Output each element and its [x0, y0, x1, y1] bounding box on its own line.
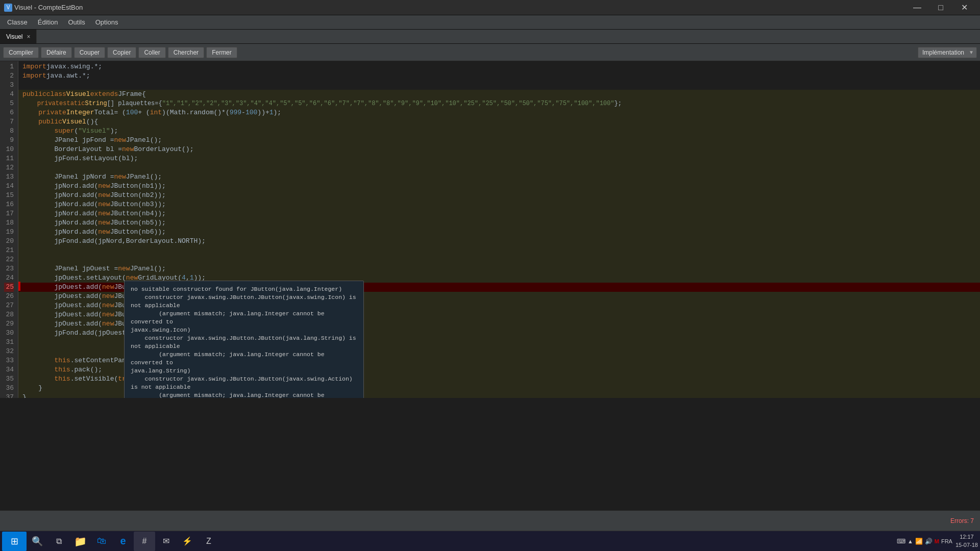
- menu-edition[interactable]: Édition: [33, 16, 63, 28]
- defaire-button[interactable]: Défaire: [41, 47, 72, 58]
- line-num-36: 36: [4, 384, 14, 393]
- tabbar: Visuel ×: [0, 30, 980, 44]
- line-num-2: 2: [4, 71, 14, 81]
- tab-close-icon[interactable]: ×: [27, 33, 30, 40]
- line-numbers: 1 2 3 4 5 6 7 8 9 10 11 12 13 14 15 16 1…: [0, 61, 18, 398]
- statusbar: Errors: 7: [0, 510, 980, 531]
- chercher-button[interactable]: Chercher: [168, 47, 204, 58]
- clock-date: 15-07-18: [955, 541, 978, 549]
- code-line-8: super("Visuel");: [18, 127, 980, 136]
- error-stripe: [18, 282, 20, 291]
- file-explorer-icon: 📁: [74, 535, 87, 547]
- line-num-1: 1: [4, 62, 14, 71]
- code-area[interactable]: import javax.swing.*; import java.awt.*;…: [18, 61, 980, 398]
- maximize-button[interactable]: □: [929, 0, 952, 15]
- implementation-dropdown[interactable]: Implémentation: [918, 47, 977, 58]
- line-num-24: 24: [4, 273, 14, 283]
- close-button[interactable]: ✕: [952, 0, 976, 15]
- line-num-10: 10: [4, 145, 14, 154]
- tooltip-line-5: constructor javax.swing.JButton.JButton(…: [131, 334, 357, 350]
- couper-button[interactable]: Couper: [74, 47, 105, 58]
- line-num-27: 27: [4, 301, 14, 310]
- code-line-6: private Integer Total= (100 + (int)(Math…: [18, 108, 980, 117]
- code-line-7: public Visuel(){: [18, 117, 980, 127]
- mail-icon: ✉: [163, 536, 169, 546]
- task-view-icon: ⧉: [56, 537, 62, 546]
- code-line-19: jpNord.add(new JButton(nb6));: [18, 228, 980, 237]
- tooltip-line-2: constructor javax.swing.JButton.JButton(…: [131, 293, 357, 310]
- tooltip-line-9: (argument mismatch; java.lang.Integer ca…: [131, 391, 357, 398]
- line-num-15: 15: [4, 191, 14, 200]
- code-line-16: jpNord.add(new JButton(nb3));: [18, 200, 980, 209]
- search-icon: 🔍: [32, 536, 43, 547]
- code-line-14: jpNord.add(new JButton(nb1));: [18, 182, 980, 191]
- line-num-13: 13: [4, 172, 14, 182]
- line-num-35: 35: [4, 374, 14, 384]
- mail-button[interactable]: ✉: [155, 532, 177, 551]
- tray-eng-label: FRA: [941, 538, 952, 544]
- search-button[interactable]: 🔍: [27, 532, 48, 551]
- titlebar-left: V Visuel - CompteEstBon: [4, 4, 83, 12]
- code-line-13: JPanel jpNord = new JPanel();: [18, 172, 980, 182]
- code-line-4: public class Visuel extends JFrame{: [18, 90, 980, 99]
- antivirus-button[interactable]: ⚡: [177, 532, 198, 551]
- line-num-22: 22: [4, 255, 14, 264]
- line-num-37: 37: [4, 393, 14, 398]
- line-num-9: 9: [4, 136, 14, 145]
- tooltip-line-7: java.lang.String): [131, 367, 357, 375]
- line-num-25: 25: [4, 283, 14, 292]
- calculator-icon: #: [142, 537, 147, 546]
- code-line-9: JPanel jpFond = new JPanel();: [18, 136, 980, 145]
- line-num-20: 20: [4, 237, 14, 246]
- minimize-button[interactable]: —: [905, 0, 929, 15]
- line-num-8: 8: [4, 127, 14, 136]
- menu-classe[interactable]: Classe: [2, 16, 33, 28]
- tray-icons: ⌨ ▲ 📶 🔊 M FRA: [897, 538, 952, 545]
- toolbar-right: Implémentation ▼: [918, 47, 977, 58]
- line-num-28: 28: [4, 310, 14, 319]
- error-tooltip: no suitable constructor found for JButto…: [124, 281, 364, 398]
- calculator-button[interactable]: #: [134, 532, 155, 551]
- edge-button[interactable]: e: [112, 532, 134, 551]
- tab-label: Visuel: [6, 33, 22, 40]
- tooltip-line-1: no suitable constructor found for JButto…: [131, 285, 357, 293]
- errors-label: Errors: 7: [950, 517, 974, 524]
- copier-button[interactable]: Copier: [107, 47, 136, 58]
- code-line-3: [18, 81, 980, 90]
- code-line-17: jpNord.add(new JButton(nb4));: [18, 209, 980, 218]
- start-button[interactable]: ⊞: [2, 532, 27, 551]
- store-button[interactable]: 🛍: [91, 532, 112, 551]
- menu-options[interactable]: Options: [90, 16, 124, 28]
- line-num-4: 4: [4, 90, 14, 99]
- code-line-20: jpFond.add(jpNord,BorderLayout.NORTH);: [18, 237, 980, 246]
- unknown-app-icon: Z: [206, 537, 211, 546]
- file-explorer-button[interactable]: 📁: [69, 532, 91, 551]
- fermer-button[interactable]: Fermer: [206, 47, 237, 58]
- edge-icon: e: [120, 535, 126, 547]
- line-num-17: 17: [4, 209, 14, 218]
- line-num-3: 3: [4, 81, 14, 90]
- line-num-18: 18: [4, 218, 14, 228]
- coller-button[interactable]: Coller: [138, 47, 165, 58]
- line-num-32: 32: [4, 347, 14, 356]
- line-num-23: 23: [4, 264, 14, 273]
- menubar: Classe Édition Outils Options: [0, 15, 980, 30]
- code-line-18: jpNord.add(new JButton(nb5));: [18, 218, 980, 228]
- titlebar: V Visuel - CompteEstBon — □ ✕: [0, 0, 980, 15]
- line-num-6: 6: [4, 108, 14, 117]
- task-view-button[interactable]: ⧉: [48, 532, 69, 551]
- menu-outils[interactable]: Outils: [63, 16, 90, 28]
- tray-red-m-icon: M: [935, 538, 939, 544]
- tooltip-line-8: constructor javax.swing.JButton.JButton(…: [131, 375, 357, 391]
- line-num-30: 30: [4, 329, 14, 338]
- line-num-26: 26: [4, 292, 14, 301]
- tab-visuel[interactable]: Visuel ×: [0, 30, 37, 43]
- compiler-button[interactable]: Compiler: [3, 47, 39, 58]
- unknown-app-button[interactable]: Z: [198, 532, 219, 551]
- code-line-5: private static String[] plaquettes={"1",…: [18, 99, 980, 108]
- window-title: Visuel - CompteEstBon: [14, 4, 83, 11]
- line-num-21: 21: [4, 246, 14, 255]
- code-line-2: import java.awt.*;: [18, 71, 980, 81]
- tooltip-line-4: javax.swing.Icon): [131, 326, 357, 334]
- window-controls: — □ ✕: [905, 0, 976, 15]
